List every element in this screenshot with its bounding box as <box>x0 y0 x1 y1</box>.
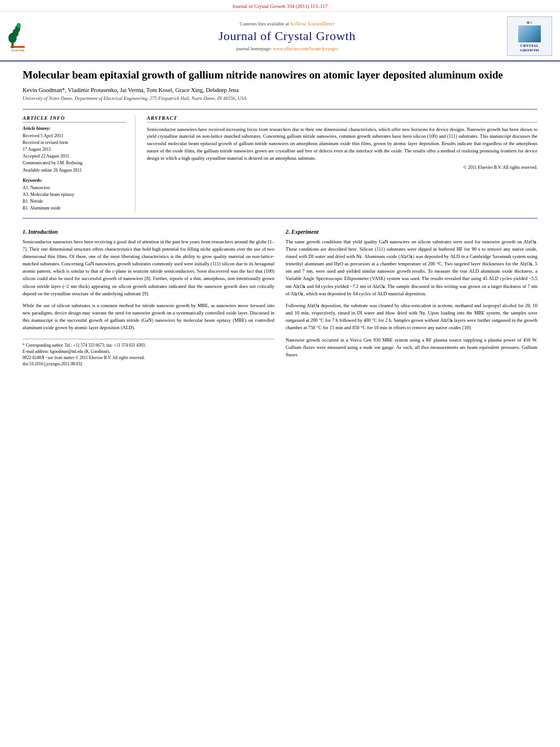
abstract-column: ABSTRACT Semiconductor nanowires have re… <box>147 115 537 212</box>
svg-text:ELSEVIER: ELSEVIER <box>11 49 25 51</box>
homepage-line: journal homepage: www.elsevier.com/locat… <box>76 46 498 51</box>
section1-para1: Semiconductor nanowires have been receiv… <box>23 238 274 298</box>
journal-title-area: Contents lists available at SciVerse Sci… <box>76 21 498 51</box>
section1-title: 1. Introduction <box>23 229 274 235</box>
footnote-email: E-mail address: kgoodman@nd.edu (K. Good… <box>23 348 274 355</box>
article-info-column: ARTICLE INFO Article history: Received 5… <box>23 115 135 212</box>
footnote-issn: 0022-0248/$ - see front matter © 2011 El… <box>23 355 274 361</box>
keyword-1: A3. Molecular beam epitaxy <box>23 191 126 198</box>
article-info-title: ARTICLE INFO <box>23 115 126 123</box>
crystal-logo-label-top: CRYSTAL <box>520 43 539 48</box>
elsevier-logo: ELSEVIER <box>8 20 64 51</box>
abstract-title: ABSTRACT <box>147 115 537 123</box>
homepage-link[interactable]: www.elsevier.com/locate/jcrysgro <box>273 46 339 51</box>
section2-para2: Following Al₂O₃ deposition, the substrat… <box>286 302 537 332</box>
svg-point-4 <box>16 23 20 28</box>
journal-header: ELSEVIER Contents lists available at Sci… <box>0 12 560 62</box>
body-column-right: 2. Experiment The same growth conditions… <box>286 229 537 368</box>
crystal-logo-label-bottom: GROWTH <box>520 48 539 53</box>
crystal-growth-logo: ⊞ ≡ CRYSTAL GROWTH <box>507 16 552 56</box>
journal-title: Journal of Crystal Growth <box>76 29 498 43</box>
article-info-abstract-section: ARTICLE INFO Article history: Received 5… <box>23 109 537 219</box>
crystal-growth-logo-area: ⊞ ≡ CRYSTAL GROWTH <box>504 16 552 56</box>
body-columns: 1. Introduction Semiconductor nanowires … <box>23 229 537 368</box>
history-item-3: Accepted 22 August 2011 <box>23 153 126 159</box>
footnote-section: * Corresponding author. Tel.: +11 574 33… <box>23 339 274 368</box>
article-title: Molecular beam epitaxial growth of galli… <box>23 68 537 82</box>
sciverse-link[interactable]: SciVerse ScienceDirect <box>290 21 334 27</box>
history-item-4: Communicated by J.M. Redwing <box>23 160 126 166</box>
section2-para3: Nanowire growth occurred in a Veeco Gen … <box>286 337 537 359</box>
abstract-text: Semiconductor nanowires have received in… <box>147 126 537 162</box>
footnote-star: * Corresponding author. Tel.: +11 574 33… <box>23 342 274 348</box>
section2-para1: The same growth conditions that yield qu… <box>286 238 537 298</box>
crystal-logo-image <box>518 25 541 42</box>
crystal-logo-top-text: ⊞ ≡ <box>527 20 532 24</box>
main-content: Molecular beam epitaxial growth of galli… <box>0 62 560 377</box>
authors-line: Kevin Goodman*, Vladimir Protasenko, Jai… <box>23 87 537 93</box>
keywords-label: Keywords: <box>23 178 126 183</box>
section1-para2: While the use of silicon substrates is a… <box>23 302 274 332</box>
history-item-0: Received 5 April 2011 <box>23 133 126 139</box>
journal-top-bar: Journal of Crystal Growth 334 (2011) 113… <box>0 0 560 12</box>
footnote-doi: doi:10.1016/j.jcrysgro.2011.08.032 <box>23 361 274 367</box>
section2-title: 2. Experiment <box>286 229 537 235</box>
journal-citation: Journal of Crystal Growth 334 (2011) 113… <box>233 3 328 9</box>
keyword-0: A1. Nanowires <box>23 185 126 191</box>
elsevier-logo-area: ELSEVIER <box>8 20 70 53</box>
history-item-1: Received in revised form <box>23 139 126 146</box>
history-label: Article history: <box>23 126 126 131</box>
history-item-2: 17 August 2011 <box>23 146 126 152</box>
keyword-2: B1. Nitride <box>23 198 126 204</box>
contents-line: Contents lists available at SciVerse Sci… <box>76 21 498 27</box>
copyright-line: © 2011 Elsevier B.V. All rights reserved… <box>147 165 537 170</box>
author-affiliation: University of Notre Dame, Department of … <box>23 95 537 101</box>
keyword-3: B1. Aluminum oxide <box>23 205 126 211</box>
history-item-5: Available online 26 August 2011 <box>23 167 126 173</box>
body-column-left: 1. Introduction Semiconductor nanowires … <box>23 229 274 368</box>
svg-rect-5 <box>11 46 25 47</box>
keywords-section: Keywords: A1. Nanowires A3. Molecular be… <box>23 178 126 212</box>
